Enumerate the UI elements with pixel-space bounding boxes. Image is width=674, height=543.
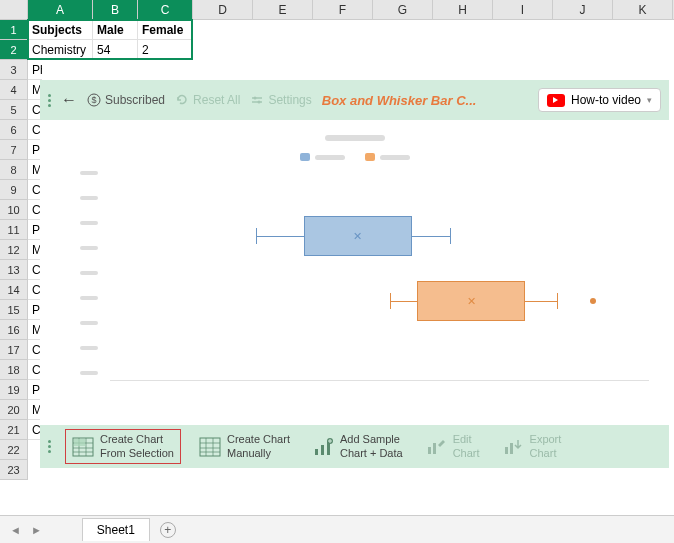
howto-label: How-to video <box>571 93 641 107</box>
row-header-19[interactable]: 19 <box>0 380 28 400</box>
row-header-18[interactable]: 18 <box>0 360 28 380</box>
svg-text:$: $ <box>91 95 96 105</box>
panel-toolbar: ← $ Subscribed Reset All Settings Box an… <box>40 80 669 120</box>
svg-rect-8 <box>321 445 324 455</box>
col-header-i[interactable]: I <box>493 0 553 19</box>
y-axis-ticks <box>80 171 105 381</box>
col-header-j[interactable]: J <box>553 0 613 19</box>
row-header-7[interactable]: 7 <box>0 140 28 160</box>
cell-a3[interactable]: Ph <box>28 60 42 80</box>
col-header-d[interactable]: D <box>193 0 253 19</box>
reset-button[interactable]: Reset All <box>175 93 240 107</box>
cell-b2[interactable]: 54 <box>93 40 138 60</box>
sheet-nav-next-icon[interactable]: ► <box>31 524 42 536</box>
col-header-c[interactable]: C <box>138 0 193 19</box>
create-man-l2: Manually <box>227 447 290 460</box>
settings-label: Settings <box>268 93 311 107</box>
row-header-21[interactable]: 21 <box>0 420 28 440</box>
export-l2: Chart <box>530 447 562 460</box>
select-all-corner[interactable] <box>0 0 28 20</box>
cell-c1[interactable]: Female <box>138 20 193 40</box>
cell-a2[interactable]: Chemistry <box>28 40 93 60</box>
svg-rect-14 <box>510 443 513 454</box>
row-header-2[interactable]: 2 <box>0 40 28 60</box>
row-header-6[interactable]: 6 <box>0 120 28 140</box>
create-man-l1: Create Chart <box>227 433 290 446</box>
sample-l1: Add Sample <box>340 433 403 446</box>
back-arrow-icon[interactable]: ← <box>61 91 77 109</box>
create-chart-manually-button[interactable]: Create ChartManually <box>195 431 294 461</box>
svg-point-2 <box>254 97 257 100</box>
col-header-h[interactable]: H <box>433 0 493 19</box>
box-female: ✕ <box>110 281 649 321</box>
plot-area: ✕ ✕ <box>110 171 649 381</box>
youtube-icon <box>547 94 565 107</box>
row-header-9[interactable]: 9 <box>0 180 28 200</box>
settings-icon <box>250 93 264 107</box>
svg-rect-5 <box>74 439 85 446</box>
row-header-11[interactable]: 11 <box>0 220 28 240</box>
menu-dots-icon[interactable] <box>48 94 51 107</box>
chart-area[interactable]: ✕ ✕ <box>40 120 669 425</box>
sample-l2: Chart + Data <box>340 447 403 460</box>
row-header-14[interactable]: 14 <box>0 280 28 300</box>
sheet-tab-sheet1[interactable]: Sheet1 <box>82 518 150 541</box>
col-header-k[interactable]: K <box>613 0 673 19</box>
spreadsheet: A B C D E F G H I J K 1 2 3 4 5 6 7 8 9 … <box>0 0 674 543</box>
column-headers: A B C D E F G H I J K <box>0 0 674 20</box>
subscribed-button[interactable]: $ Subscribed <box>87 93 165 107</box>
add-sample-button[interactable]: Add SampleChart + Data <box>308 431 407 461</box>
footer-menu-dots-icon[interactable] <box>48 440 51 453</box>
cell-c2[interactable]: 2 <box>138 40 193 60</box>
cell-a1[interactable]: Subjects <box>28 20 93 40</box>
legend-item-female <box>365 153 410 161</box>
add-sheet-button[interactable]: + <box>160 522 176 538</box>
howto-video-button[interactable]: How-to video ▾ <box>538 88 661 112</box>
chart-title-placeholder <box>325 135 385 141</box>
col-header-a[interactable]: A <box>28 0 93 19</box>
row-header-22[interactable]: 22 <box>0 440 28 460</box>
edit-chart-button[interactable]: EditChart <box>421 431 484 461</box>
edit-l1: Edit <box>453 433 480 446</box>
chart-selection-icon <box>72 437 94 457</box>
row-header-10[interactable]: 10 <box>0 200 28 220</box>
row-header-1[interactable]: 1 <box>0 20 28 40</box>
create-chart-from-selection-button[interactable]: Create ChartFrom Selection <box>65 429 181 463</box>
sheet-tabs: ◄ ► Sheet1 + <box>0 515 674 543</box>
row-header-17[interactable]: 17 <box>0 340 28 360</box>
row-header-13[interactable]: 13 <box>0 260 28 280</box>
reset-label: Reset All <box>193 93 240 107</box>
row-header-8[interactable]: 8 <box>0 160 28 180</box>
create-sel-l1: Create Chart <box>100 433 174 446</box>
row-header-23[interactable]: 23 <box>0 460 28 480</box>
chart-panel: ← $ Subscribed Reset All Settings Box an… <box>40 80 669 468</box>
export-icon <box>502 437 524 457</box>
panel-footer: Create ChartFrom Selection Create ChartM… <box>40 425 669 468</box>
edit-l2: Chart <box>453 447 480 460</box>
svg-rect-7 <box>315 449 318 455</box>
settings-button[interactable]: Settings <box>250 93 311 107</box>
row-header-5[interactable]: 5 <box>0 100 28 120</box>
col-header-g[interactable]: G <box>373 0 433 19</box>
row-header-15[interactable]: 15 <box>0 300 28 320</box>
row-header-16[interactable]: 16 <box>0 320 28 340</box>
sample-icon <box>312 437 334 457</box>
reset-icon <box>175 93 189 107</box>
svg-rect-13 <box>505 447 508 454</box>
row-header-4[interactable]: 4 <box>0 80 28 100</box>
legend-item-male <box>300 153 345 161</box>
col-header-e[interactable]: E <box>253 0 313 19</box>
row-header-12[interactable]: 12 <box>0 240 28 260</box>
create-sel-l2: From Selection <box>100 447 174 460</box>
cell-b1[interactable]: Male <box>93 20 138 40</box>
chart-manual-icon <box>199 437 221 457</box>
col-header-b[interactable]: B <box>93 0 138 19</box>
export-chart-button[interactable]: ExportChart <box>498 431 566 461</box>
box-male: ✕ <box>110 216 649 256</box>
sheet-nav-prev-icon[interactable]: ◄ <box>10 524 21 536</box>
col-header-f[interactable]: F <box>313 0 373 19</box>
export-l1: Export <box>530 433 562 446</box>
chevron-down-icon: ▾ <box>647 95 652 105</box>
row-header-3[interactable]: 3 <box>0 60 28 80</box>
row-header-20[interactable]: 20 <box>0 400 28 420</box>
